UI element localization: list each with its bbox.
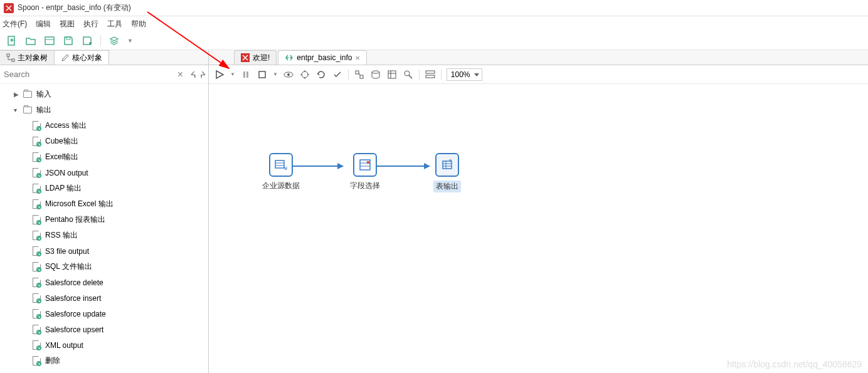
impact-icon[interactable] bbox=[354, 69, 365, 80]
debug-icon[interactable] bbox=[299, 69, 310, 80]
svg-rect-5 bbox=[7, 54, 9, 56]
step-label: 企业源数据 bbox=[262, 181, 300, 191]
tree-label: JSON output bbox=[45, 169, 88, 177]
pause-icon[interactable] bbox=[240, 69, 251, 80]
tree-item[interactable]: ↘Access 输出 bbox=[0, 118, 208, 134]
tree-item[interactable]: ↘Pentaho 报表输出 bbox=[0, 212, 208, 228]
tree-item[interactable]: ↘Cube输出 bbox=[0, 134, 208, 149]
menu-run[interactable]: 执行 bbox=[83, 19, 98, 29]
step-file-icon: ↘ bbox=[31, 137, 41, 147]
tree-item[interactable]: ↘Salesforce update bbox=[0, 306, 208, 322]
search-clear-icon[interactable]: × bbox=[174, 69, 187, 80]
tree-item[interactable]: ↘SQL 文件输出 bbox=[0, 259, 208, 275]
step-table-input[interactable]: 企业源数据 bbox=[262, 153, 300, 191]
svg-point-18 bbox=[405, 71, 410, 76]
step-select-values[interactable]: 字段选择 bbox=[350, 153, 380, 191]
tree-item[interactable]: ↘Excel输出 bbox=[0, 149, 208, 165]
hop[interactable] bbox=[374, 165, 430, 167]
new-icon[interactable] bbox=[6, 35, 18, 46]
tab-label: entpr_basic_info bbox=[297, 53, 352, 62]
tree-item[interactable]: ↘LDAP 输出 bbox=[0, 181, 208, 196]
saveas-icon[interactable] bbox=[82, 35, 93, 46]
tab-transformation[interactable]: entpr_basic_info ✕ bbox=[278, 50, 367, 65]
svg-rect-17 bbox=[388, 71, 396, 78]
analyse-icon[interactable] bbox=[403, 69, 414, 80]
menu-help[interactable]: 帮助 bbox=[131, 19, 146, 29]
perspective-icon[interactable] bbox=[109, 35, 120, 46]
step-file-icon: ↘ bbox=[31, 199, 41, 209]
canvas-toolbar: ▼ ▼ 100% bbox=[209, 65, 868, 84]
tree-item[interactable]: ↘S3 file output bbox=[0, 243, 208, 259]
svg-rect-19 bbox=[426, 71, 435, 73]
svg-rect-10 bbox=[259, 71, 265, 78]
tree-item[interactable]: ↘XML output bbox=[0, 337, 208, 353]
step-icon bbox=[435, 153, 459, 177]
tree-item[interactable]: ↘Salesforce delete bbox=[0, 275, 208, 290]
menu-edit[interactable]: 编辑 bbox=[36, 19, 51, 29]
svg-rect-8 bbox=[243, 71, 245, 78]
tree-label: 删除 bbox=[45, 355, 60, 366]
arrow-icon bbox=[337, 163, 344, 169]
svg-rect-27 bbox=[443, 161, 452, 169]
tab-welcome[interactable]: 欢迎! bbox=[234, 50, 277, 65]
tree-label: LDAP 输出 bbox=[45, 183, 82, 194]
preview-icon[interactable] bbox=[283, 69, 294, 80]
separator bbox=[100, 35, 101, 46]
main-toolbar: ▼ bbox=[0, 31, 868, 50]
tree-item[interactable]: ↘Microsoft Excel 输出 bbox=[0, 196, 208, 212]
sql-icon[interactable] bbox=[370, 69, 381, 80]
explore-icon[interactable] bbox=[44, 35, 55, 46]
replay-icon[interactable] bbox=[315, 69, 327, 80]
search-input[interactable] bbox=[3, 67, 170, 81]
tree-folder-input[interactable]: ▶ 输入 bbox=[0, 87, 208, 102]
tree-item[interactable]: ↘JSON output bbox=[0, 165, 208, 181]
run-icon[interactable] bbox=[214, 69, 225, 80]
dropdown-icon[interactable]: ▼ bbox=[230, 71, 235, 77]
canvas[interactable]: 企业源数据 字段选择 表输出 bbox=[209, 84, 868, 373]
sidebar-tab-core-objects[interactable]: 核心对象 bbox=[55, 50, 109, 65]
close-icon[interactable]: ✕ bbox=[355, 55, 360, 61]
transform-icon bbox=[285, 53, 294, 62]
sidebar-tab-main-tree[interactable]: 主对象树 bbox=[0, 50, 55, 65]
zoom-select[interactable]: 100% bbox=[447, 68, 482, 81]
step-file-icon: ↘ bbox=[31, 231, 41, 241]
tree-label: Access 输出 bbox=[45, 120, 87, 131]
menu-view[interactable]: 视图 bbox=[60, 19, 75, 29]
svg-rect-15 bbox=[360, 75, 363, 78]
tree-item[interactable]: ↘Salesforce upsert bbox=[0, 322, 208, 337]
titlebar: Spoon - entpr_basic_info (有变动) bbox=[0, 0, 868, 16]
svg-rect-9 bbox=[246, 71, 248, 78]
tree-label: 输出 bbox=[36, 105, 51, 115]
tree-label: Excel输出 bbox=[45, 152, 78, 162]
tree-item[interactable]: ↘删除 bbox=[0, 353, 208, 369]
step-file-icon: ↘ bbox=[31, 152, 41, 162]
step-file-icon: ↘ bbox=[31, 356, 41, 366]
svg-rect-1 bbox=[8, 36, 14, 45]
sidebar-tab-label: 核心对象 bbox=[72, 53, 102, 63]
show-results-icon[interactable] bbox=[425, 69, 436, 80]
tree-label: XML output bbox=[45, 341, 83, 350]
stop-icon[interactable] bbox=[257, 69, 268, 80]
verify-icon[interactable] bbox=[332, 69, 343, 80]
svg-point-13 bbox=[302, 71, 308, 78]
separator bbox=[419, 70, 420, 80]
sidebar-tabs: 主对象树 核心对象 bbox=[0, 50, 208, 65]
dropdown-icon[interactable]: ▼ bbox=[127, 38, 133, 44]
tree-item[interactable]: ↘RSS 输出 bbox=[0, 228, 208, 243]
step-table-output[interactable]: 表输出 bbox=[433, 153, 461, 192]
tree-label: Microsoft Excel 输出 bbox=[45, 199, 114, 209]
tree-folder-output[interactable]: ▾ 输出 bbox=[0, 102, 208, 118]
menu-file[interactable]: 文件(F) bbox=[3, 19, 27, 29]
step-file-icon: ↘ bbox=[31, 184, 41, 194]
tree-item[interactable]: ↘Salesforce insert bbox=[0, 290, 208, 306]
save-icon[interactable] bbox=[63, 35, 74, 46]
dropdown-icon[interactable]: ▼ bbox=[273, 71, 278, 77]
window-title: Spoon - entpr_basic_info (有变动) bbox=[18, 3, 131, 13]
svg-rect-20 bbox=[426, 75, 435, 78]
open-icon[interactable] bbox=[25, 35, 36, 46]
explore-db-icon[interactable] bbox=[386, 69, 398, 80]
step-file-icon: ↘ bbox=[31, 168, 41, 178]
expand-all-icon[interactable]: ᔦ bbox=[191, 70, 196, 80]
collapse-all-icon[interactable]: ᔨ bbox=[200, 70, 206, 80]
menu-tools[interactable]: 工具 bbox=[107, 19, 122, 29]
